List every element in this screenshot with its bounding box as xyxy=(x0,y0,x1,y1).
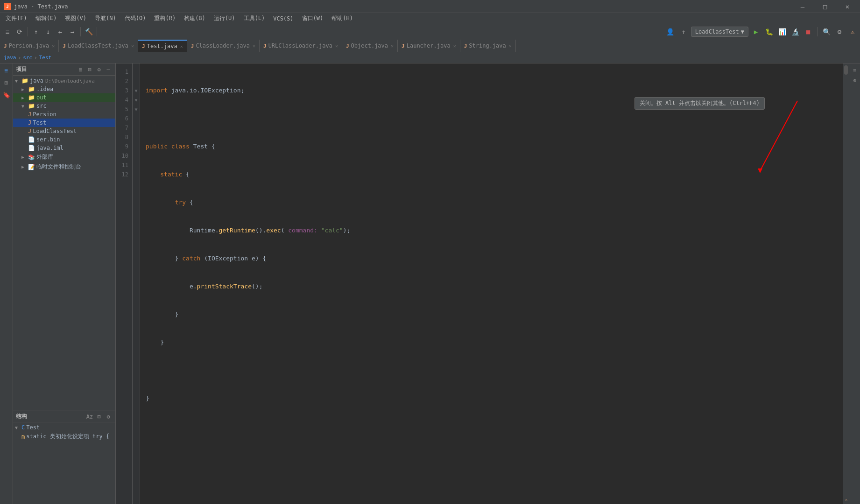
fold-indicator[interactable]: ▼ xyxy=(133,95,140,105)
code-editor[interactable]: import java.io.IOException; public class… xyxy=(140,63,843,504)
structure-item-test-class[interactable]: ▼ C Test xyxy=(13,423,115,432)
menu-window[interactable]: 窗口(W) xyxy=(298,13,327,24)
debug-button[interactable]: 🐛 xyxy=(763,26,775,37)
tab-close-icon[interactable]: ✕ xyxy=(52,43,55,49)
search-button[interactable]: 🔍 xyxy=(821,26,832,37)
tab-persion-java[interactable]: J Persion.java ✕ xyxy=(0,40,59,52)
tree-item-javaiml[interactable]: 📄 java.iml xyxy=(13,144,115,152)
right-tool-1[interactable]: ≡ xyxy=(850,65,860,75)
tab-close-icon[interactable]: ✕ xyxy=(335,43,338,49)
code-line-8: e.printStackTrace(); xyxy=(146,282,838,291)
fold-indicator[interactable]: ▼ xyxy=(133,86,140,95)
sidebar-settings-btn[interactable]: ⚙ xyxy=(95,65,103,74)
tab-launcher-java[interactable]: J Launcher.java ✕ xyxy=(398,40,460,52)
menu-edit[interactable]: 编辑(E) xyxy=(32,13,61,24)
tab-loadclasstest-java[interactable]: J LoadClassTest.java ✕ xyxy=(59,40,138,52)
tree-item-external-libs[interactable]: ▶ 📚 外部库 xyxy=(13,152,115,162)
tab-close-icon[interactable]: ✕ xyxy=(391,43,394,49)
tab-label: Launcher.java xyxy=(407,42,451,49)
next-btn[interactable]: → xyxy=(67,26,78,37)
tab-urlclassloader-java[interactable]: J URLClassLoader.java ✕ xyxy=(260,40,342,52)
java-icon: J xyxy=(346,43,349,49)
structure-panel: 结构 Az ⊞ ⚙ ▼ C Test m xyxy=(13,411,115,504)
java-icon: J xyxy=(402,43,405,49)
sort-alpha-btn[interactable]: Az xyxy=(85,413,94,421)
run-config-name: LoadClassTest xyxy=(695,28,739,35)
tab-close-icon[interactable]: ✕ xyxy=(180,44,183,49)
tab-string-java[interactable]: J String.java ✕ xyxy=(460,40,516,52)
tab-close-icon[interactable]: ✕ xyxy=(253,43,255,49)
coverage-btn[interactable]: 📊 xyxy=(776,26,788,37)
scroll-thumb[interactable] xyxy=(844,65,848,75)
java-icon: J xyxy=(63,43,66,49)
tab-close-icon[interactable]: ✕ xyxy=(453,43,456,49)
run-button[interactable]: ▶ xyxy=(750,26,761,37)
menu-help[interactable]: 帮助(H) xyxy=(328,13,357,24)
avatar-btn[interactable]: 👤 xyxy=(665,26,676,37)
minimize-button[interactable]: — xyxy=(792,0,813,13)
tree-item-serbin[interactable]: 📄 ser.bin xyxy=(13,135,115,144)
update-btn[interactable]: ↑ xyxy=(678,26,689,37)
tab-close-icon[interactable]: ✕ xyxy=(509,43,512,49)
warning-indicator[interactable]: ⚠ xyxy=(845,497,847,502)
menu-tools[interactable]: 工具(L) xyxy=(240,13,269,24)
menu-code[interactable]: 代码(O) xyxy=(121,13,150,24)
structure-tools: Az ⊞ ⚙ xyxy=(85,413,113,421)
tree-item-idea[interactable]: ▶ 📁 .idea xyxy=(13,85,115,93)
menu-run[interactable]: 运行(U) xyxy=(210,13,239,24)
tab-object-java[interactable]: J Object.java ✕ xyxy=(342,40,398,52)
menu-file[interactable]: 文件(F) xyxy=(2,13,31,24)
menu-build[interactable]: 构建(B) xyxy=(180,13,209,24)
build-btn[interactable]: 🔨 xyxy=(83,26,94,37)
tab-classloader-java[interactable]: J ClassLoader.java ✕ xyxy=(187,40,260,52)
down-btn[interactable]: ↓ xyxy=(42,26,54,37)
project-btn[interactable]: ≡ xyxy=(2,26,13,37)
tab-test-java[interactable]: J Test.java ✕ xyxy=(138,40,187,52)
tree-item-test[interactable]: J Test xyxy=(13,119,115,127)
structure-settings-btn[interactable]: ⚙ xyxy=(104,413,113,421)
close-button[interactable]: ✕ xyxy=(837,0,858,13)
sidebar-close-btn[interactable]: — xyxy=(104,65,113,74)
structure-btn[interactable]: ⊞ xyxy=(1,77,12,88)
right-scrollbar[interactable]: ⚠ xyxy=(843,63,849,504)
class-icon: C xyxy=(21,424,25,431)
structure-item-static-block[interactable]: m static 类初始化设定项 try { xyxy=(13,432,115,441)
sidebar-sort-btn[interactable]: ≣ xyxy=(76,65,85,74)
menu-vcs[interactable]: VCS(S) xyxy=(269,13,297,24)
breadcrumb-test[interactable]: Test xyxy=(39,55,52,61)
sync-btn[interactable]: ⟳ xyxy=(14,26,25,37)
line-num-4: 4 xyxy=(118,95,128,105)
menu-refactor[interactable]: 重构(R) xyxy=(150,13,179,24)
bookmark-btn[interactable]: 🔖 xyxy=(1,90,12,100)
tree-item-scratch[interactable]: ▶ 📝 临时文件和控制台 xyxy=(13,162,115,172)
tree-item-persion[interactable]: J Persion xyxy=(13,110,115,119)
right-tool-2[interactable]: ⚙ xyxy=(850,76,860,85)
fold-indicator[interactable] xyxy=(133,67,140,77)
tab-close-icon[interactable]: ✕ xyxy=(131,43,134,49)
left-area: ≡ ⊞ 🔖 项目 ≣ ⊟ ⚙ — ▼ 📁 java D:\Do xyxy=(0,63,116,504)
sort-btn2[interactable]: ⊞ xyxy=(95,413,103,421)
project-view-btn[interactable]: ≡ xyxy=(1,65,12,76)
prev-btn[interactable]: ← xyxy=(55,26,66,37)
java-icon: J xyxy=(4,43,7,49)
run-config-dropdown[interactable]: LoadClassTest ▼ xyxy=(691,27,748,37)
tree-item-src[interactable]: ▼ 📁 src xyxy=(13,102,115,110)
menu-view[interactable]: 视图(V) xyxy=(61,13,90,24)
tree-label: .idea xyxy=(36,86,53,92)
tree-item-java-root[interactable]: ▼ 📁 java D:\Download\java xyxy=(13,77,115,85)
breadcrumb-src[interactable]: src xyxy=(23,55,32,61)
stop-button[interactable]: ■ xyxy=(803,26,814,37)
fold-indicator[interactable]: ▼ xyxy=(133,105,140,114)
settings-button[interactable]: ⚙ xyxy=(834,26,845,37)
line-num-3: 3 xyxy=(118,86,128,95)
tree-label: ser.bin xyxy=(36,136,60,143)
tree-item-out[interactable]: ▶ 📁 out xyxy=(13,93,115,102)
tree-item-loadclasstest[interactable]: J LoadClassTest xyxy=(13,127,115,135)
up-btn[interactable]: ↑ xyxy=(30,26,42,37)
breadcrumb-java[interactable]: java xyxy=(4,55,16,61)
menu-navigate[interactable]: 导航(N) xyxy=(91,13,120,24)
profile-btn[interactable]: 🔬 xyxy=(790,26,801,37)
maximize-button[interactable]: □ xyxy=(814,0,836,13)
sidebar-collapse-btn[interactable]: ⊟ xyxy=(85,65,94,74)
notifications-btn[interactable]: ⚠ xyxy=(847,26,858,37)
